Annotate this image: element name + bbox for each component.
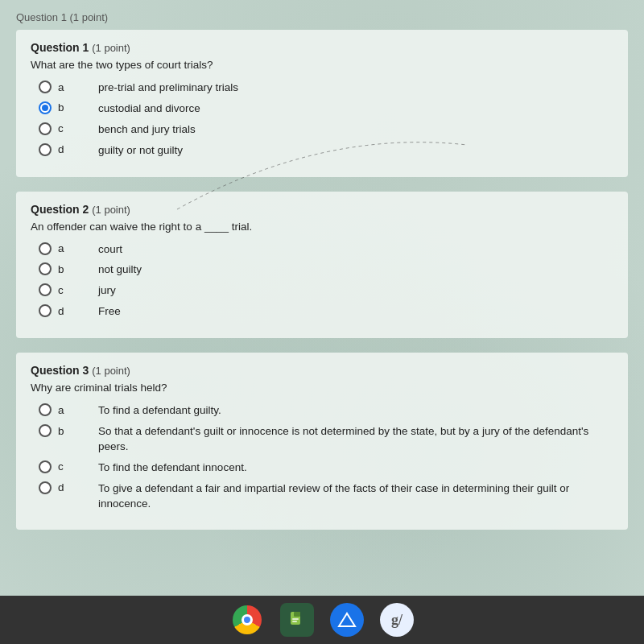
option-letter-3-c: c	[58, 460, 64, 473]
radio-container-3-a: a	[39, 403, 87, 416]
question-3-option-c[interactable]: cTo find the defendant innocent.	[39, 460, 613, 476]
question-block-2: Question 2 (1 point)An offender can waiv…	[16, 192, 628, 339]
option-text-3-c: To find the defendant innocent.	[98, 460, 613, 476]
radio-1-d[interactable]	[39, 143, 52, 156]
question-2-text: An offender can waive the right to a ___…	[31, 221, 613, 233]
option-letter-1-b: b	[58, 101, 64, 114]
option-letter-2-c: c	[58, 284, 64, 296]
question-2-options: acourtbnot guiltycjurydFree	[31, 242, 613, 320]
question-1-points: (1 point)	[92, 42, 130, 54]
option-letter-2-b: b	[58, 263, 64, 275]
question-1-option-a[interactable]: apre-trial and preliminary trials	[39, 80, 613, 96]
question-1-option-c[interactable]: cbench and jury trials	[39, 122, 613, 138]
files-icon[interactable]	[280, 603, 314, 637]
radio-2-d[interactable]	[39, 304, 52, 317]
option-letter-3-b: b	[58, 425, 64, 437]
question-2-option-d[interactable]: dFree	[39, 304, 613, 320]
radio-container-1-b: b	[39, 101, 87, 114]
drive-icon[interactable]	[330, 603, 364, 637]
radio-3-b[interactable]	[39, 424, 52, 437]
question-2-header: Question 2 (1 point)	[31, 203, 613, 216]
radio-container-1-c: c	[39, 122, 87, 135]
option-letter-3-d: d	[58, 481, 64, 493]
question-block-3: Question 3 (1 point)Why are criminal tri…	[16, 353, 628, 530]
radio-container-1-a: a	[39, 80, 87, 93]
svg-rect-3	[292, 621, 297, 622]
questions-container: Question 1 (1 point)What are the two typ…	[16, 30, 628, 530]
radio-1-b[interactable]	[39, 101, 52, 114]
radio-container-3-b: b	[39, 424, 87, 437]
option-text-1-d: guilty or not guilty	[98, 143, 613, 159]
question-3-header: Question 3 (1 point)	[31, 364, 613, 377]
option-text-1-c: bench and jury trials	[98, 122, 613, 138]
radio-2-b[interactable]	[39, 262, 52, 275]
radio-1-a[interactable]	[39, 80, 52, 93]
radio-inner-1-b	[42, 105, 48, 111]
option-text-1-a: pre-trial and preliminary trials	[98, 80, 613, 96]
option-text-3-d: To give a defendant a fair and impartial…	[98, 481, 613, 512]
radio-container-2-d: d	[39, 304, 87, 317]
question-3-option-b[interactable]: bSo that a defendant's guilt or innocenc…	[39, 424, 613, 455]
option-text-1-b: custodial and divorce	[98, 101, 613, 117]
question-3-options: aTo find a defendant guilty.bSo that a d…	[31, 403, 613, 511]
question-3-text: Why are criminal trials held?	[31, 382, 613, 394]
option-letter-1-c: c	[58, 122, 64, 134]
option-text-2-c: jury	[98, 283, 613, 299]
svg-rect-1	[294, 612, 300, 617]
option-letter-1-a: a	[58, 81, 64, 93]
question-2-option-c[interactable]: cjury	[39, 283, 613, 299]
content-area: Question 1 (1 point) Question 1 (1 point…	[0, 0, 644, 596]
option-text-3-b: So that a defendant's guilt or innocence…	[98, 424, 613, 455]
radio-2-c[interactable]	[39, 283, 52, 296]
option-text-3-a: To find a defendant guilty.	[98, 403, 613, 419]
radio-container-3-c: c	[39, 460, 87, 473]
radio-container-2-c: c	[39, 283, 87, 296]
question-2-points: (1 point)	[92, 204, 130, 216]
question-3-option-a[interactable]: aTo find a defendant guilty.	[39, 403, 613, 419]
option-letter-2-a: a	[58, 242, 64, 254]
question-1-option-b[interactable]: bcustodial and divorce	[39, 101, 613, 117]
taskbar: g/	[0, 596, 644, 644]
option-letter-1-d: d	[58, 143, 64, 155]
docs-icon[interactable]: g/	[380, 603, 414, 637]
radio-container-1-d: d	[39, 143, 87, 156]
radio-2-a[interactable]	[39, 242, 52, 255]
radio-3-a[interactable]	[39, 403, 52, 416]
radio-container-2-a: a	[39, 242, 87, 255]
question-1-text: What are the two types of court trials?	[31, 59, 613, 71]
question-1-options: apre-trial and preliminary trialsbcustod…	[31, 80, 613, 159]
radio-container-3-d: d	[39, 481, 87, 494]
radio-container-2-b: b	[39, 262, 87, 275]
option-letter-2-d: d	[58, 305, 64, 317]
svg-rect-2	[292, 618, 299, 620]
option-text-2-d: Free	[98, 304, 613, 320]
option-text-2-a: court	[98, 242, 613, 258]
question-1-header: Question 1 (1 point)	[31, 41, 613, 54]
question-1-option-d[interactable]: dguilty or not guilty	[39, 143, 613, 159]
question-2-option-a[interactable]: acourt	[39, 242, 613, 258]
radio-3-c[interactable]	[39, 460, 52, 473]
chrome-icon[interactable]	[230, 603, 264, 637]
page-header: Question 1 (1 point)	[16, 8, 628, 23]
radio-1-c[interactable]	[39, 122, 52, 135]
radio-3-d[interactable]	[39, 481, 52, 494]
option-text-2-b: not guilty	[98, 262, 613, 278]
svg-marker-4	[339, 613, 355, 626]
question-3-option-d[interactable]: dTo give a defendant a fair and impartia…	[39, 481, 613, 512]
option-letter-3-a: a	[58, 404, 64, 416]
question-3-points: (1 point)	[92, 365, 130, 377]
question-2-option-b[interactable]: bnot guilty	[39, 262, 613, 278]
question-block-1: Question 1 (1 point)What are the two typ…	[16, 30, 628, 177]
